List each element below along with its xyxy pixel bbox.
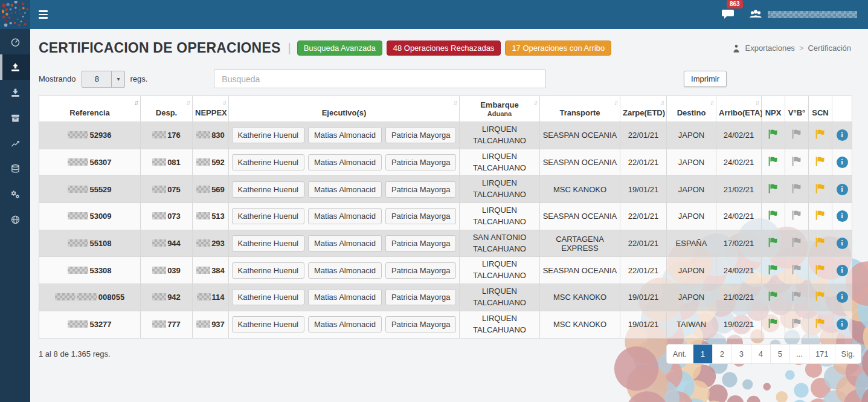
executive-button[interactable]: Katherine Huenul <box>232 154 304 170</box>
scn-flag-icon[interactable] <box>814 236 827 249</box>
executive-button[interactable]: Matias Almonacid <box>308 235 382 251</box>
sidebar-item-configuracion[interactable] <box>0 181 30 207</box>
advanced-search-badge[interactable]: Busqueda Avanzada <box>297 41 382 56</box>
col-arribo[interactable]: ↓↑Arribo(ETA) <box>716 96 762 122</box>
pagination-page[interactable]: Sig. <box>835 345 861 363</box>
col-neppex[interactable]: ↓↑NEPPEX <box>193 96 229 122</box>
sort-icon[interactable]: ↓↑ <box>186 99 189 106</box>
vb-flag-icon[interactable] <box>790 209 803 222</box>
sort-icon[interactable]: ↓↑ <box>710 99 713 106</box>
executive-button[interactable]: Katherine Huenul <box>232 235 304 251</box>
info-icon[interactable] <box>837 210 848 222</box>
search-input[interactable] <box>214 70 546 88</box>
scn-flag-icon[interactable] <box>814 182 827 195</box>
table-row[interactable]: 56307 081 592 Katherine HuenulMatias Alm… <box>39 149 852 176</box>
npx-flag-icon[interactable] <box>767 209 780 222</box>
pagination-page[interactable]: 1 <box>693 345 713 363</box>
npx-flag-icon[interactable] <box>767 263 780 276</box>
executive-button[interactable]: Patricia Mayorga <box>385 154 457 170</box>
hamburger-menu-icon[interactable] <box>39 10 48 19</box>
scn-flag-icon[interactable] <box>814 290 827 303</box>
sort-icon[interactable]: ↓↑ <box>614 99 617 106</box>
sidebar-item-reportes[interactable] <box>0 131 30 156</box>
executive-button[interactable]: Matias Almonacid <box>308 316 382 332</box>
npx-flag-icon[interactable] <box>767 128 780 141</box>
npx-flag-icon[interactable] <box>767 182 780 195</box>
pagination-page[interactable]: 3 <box>732 345 751 363</box>
pagination-page[interactable]: 4 <box>751 345 771 363</box>
vb-flag-icon[interactable] <box>790 317 803 330</box>
sidebar-item-dashboard[interactable] <box>0 29 30 54</box>
vb-flag-icon[interactable] <box>790 263 803 276</box>
sort-icon[interactable]: ↓↑ <box>222 99 225 106</box>
table-row[interactable]: 53308 039 384 Katherine HuenulMatias Alm… <box>39 257 852 284</box>
table-row[interactable]: 53277 777 937 Katherine HuenulMatias Alm… <box>39 311 852 338</box>
scn-flag-icon[interactable] <box>814 317 827 330</box>
pagination-page[interactable]: 171 <box>809 345 835 363</box>
executive-button[interactable]: Patricia Mayorga <box>385 235 457 251</box>
vb-flag-icon[interactable] <box>790 290 803 303</box>
arrived-operations-badge[interactable]: 17 Operaciones con Arribo <box>505 41 611 56</box>
col-npx[interactable]: NPX <box>762 96 785 122</box>
executive-button[interactable]: Patricia Mayorga <box>385 289 457 305</box>
rejected-operations-badge[interactable]: 48 Operaciones Rechazadas <box>387 41 501 56</box>
app-logo[interactable] <box>0 0 30 29</box>
table-row[interactable]: 008055 942 114 Katherine HuenulMatias Al… <box>39 284 852 311</box>
executive-button[interactable]: Katherine Huenul <box>232 316 304 332</box>
info-icon[interactable] <box>837 157 848 168</box>
messages-button[interactable]: 863 <box>722 7 735 22</box>
vb-flag-icon[interactable] <box>790 236 803 249</box>
sort-icon[interactable]: ↓↑ <box>453 99 456 106</box>
col-zarpe[interactable]: ↓↑Zarpe(ETD) <box>620 96 667 122</box>
info-icon[interactable] <box>837 129 848 141</box>
vb-flag-icon[interactable] <box>790 155 803 168</box>
col-destino[interactable]: ↓↑Destino <box>667 96 716 122</box>
vb-flag-icon[interactable] <box>790 182 803 195</box>
executive-button[interactable]: Patricia Mayorga <box>385 262 457 279</box>
sidebar-item-exportaciones[interactable] <box>0 54 30 80</box>
sidebar-item-importaciones[interactable] <box>0 80 30 105</box>
print-button[interactable]: Imprimir <box>684 71 727 87</box>
user-menu[interactable] <box>748 9 857 20</box>
npx-flag-icon[interactable] <box>767 155 780 168</box>
scn-flag-icon[interactable] <box>814 209 827 222</box>
col-vb[interactable]: V°B° <box>785 96 809 122</box>
pagination-page[interactable]: 2 <box>713 345 732 363</box>
executive-button[interactable]: Katherine Huenul <box>232 208 304 224</box>
sort-icon[interactable]: ↓↑ <box>755 99 758 106</box>
executive-button[interactable]: Katherine Huenul <box>232 181 304 198</box>
page-size-select[interactable]: 8 ▾ <box>82 71 125 88</box>
sort-icon[interactable]: ↓↑ <box>660 99 663 106</box>
pagination-page[interactable]: ... <box>790 345 809 363</box>
executive-button[interactable]: Katherine Huenul <box>232 262 304 279</box>
executive-button[interactable]: Katherine Huenul <box>232 289 304 305</box>
vb-flag-icon[interactable] <box>790 128 803 141</box>
executive-button[interactable]: Matias Almonacid <box>308 181 382 198</box>
executive-button[interactable]: Matias Almonacid <box>308 289 382 305</box>
sort-icon[interactable]: ↓↑ <box>533 99 536 106</box>
scn-flag-icon[interactable] <box>814 128 827 141</box>
info-icon[interactable] <box>837 184 848 195</box>
table-row[interactable]: 52936 176 830 Katherine HuenulMatias Alm… <box>39 122 852 149</box>
col-embarque[interactable]: ↓↑EmbarqueAduana <box>460 96 540 122</box>
executive-button[interactable]: Patricia Mayorga <box>385 181 457 198</box>
executive-button[interactable]: Patricia Mayorga <box>385 208 457 224</box>
info-icon[interactable] <box>837 265 848 276</box>
executive-button[interactable]: Matias Almonacid <box>308 127 382 143</box>
info-icon[interactable] <box>837 238 848 249</box>
col-ejecutivos[interactable]: ↓↑Ejecutivo(s) <box>229 96 460 122</box>
pagination-page[interactable]: Ant. <box>667 345 693 363</box>
table-row[interactable]: 55529 075 569 Katherine HuenulMatias Alm… <box>39 176 852 203</box>
info-icon[interactable] <box>837 291 848 303</box>
col-scn[interactable]: SCN <box>809 96 832 122</box>
scn-flag-icon[interactable] <box>814 263 827 276</box>
npx-flag-icon[interactable] <box>767 317 780 330</box>
npx-flag-icon[interactable] <box>767 290 780 303</box>
table-row[interactable]: 53009 073 513 Katherine HuenulMatias Alm… <box>39 203 852 230</box>
col-desp[interactable]: ↓↑Desp. <box>141 96 193 122</box>
sidebar-item-global[interactable] <box>0 207 30 232</box>
sort-icon[interactable]: ↓↑ <box>134 99 137 106</box>
scn-flag-icon[interactable] <box>814 155 827 168</box>
npx-flag-icon[interactable] <box>767 236 780 249</box>
col-referencia[interactable]: ↓↑Referencia <box>39 96 141 122</box>
